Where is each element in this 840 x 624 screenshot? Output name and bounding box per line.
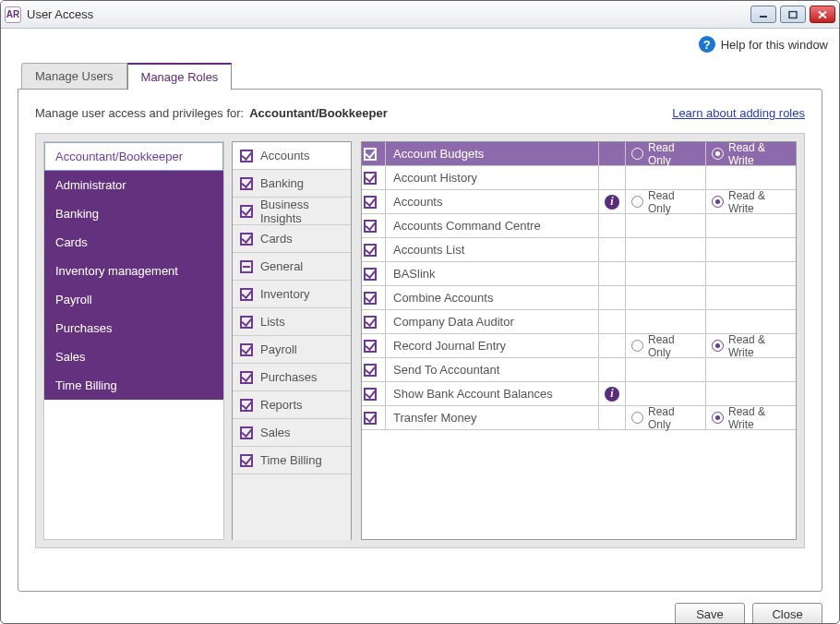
window-title: User Access [27, 7, 93, 21]
maximize-button[interactable] [780, 6, 806, 23]
permission-name: Accounts Command Centre [386, 219, 598, 233]
category-item[interactable]: Accounts [233, 142, 351, 170]
role-item[interactable]: Cards [44, 228, 223, 257]
permission-row: Show Bank Account Balancesi [362, 382, 796, 406]
permission-row: BASlink [362, 262, 796, 286]
permission-name: Accounts [386, 195, 598, 209]
category-item[interactable]: Cards [233, 225, 351, 253]
category-label: Lists [260, 315, 285, 329]
category-item[interactable]: Time Billing [233, 447, 351, 474]
read-write-radio[interactable] [712, 412, 724, 424]
permission-checkbox[interactable] [364, 244, 377, 257]
category-label: Time Billing [260, 453, 322, 467]
read-only-radio[interactable] [631, 148, 643, 160]
category-item[interactable]: Banking [233, 170, 351, 198]
read-write-radio-label: Read & Write [728, 405, 790, 431]
permission-checkbox[interactable] [364, 340, 377, 353]
category-label: Inventory [260, 287, 309, 301]
permission-checkbox[interactable] [364, 364, 377, 377]
category-item[interactable]: Lists [233, 308, 351, 336]
permission-name: Send To Accountant [386, 363, 598, 377]
tab-manage-users[interactable]: Manage Users [21, 63, 127, 89]
permission-row: Transfer MoneyRead OnlyRead & Write [362, 406, 796, 430]
permission-checkbox[interactable] [364, 220, 377, 233]
category-label: Business Insights [260, 198, 343, 225]
permission-checkbox[interactable] [364, 172, 377, 185]
read-write-radio-label: Read & Write [728, 189, 790, 215]
close-button[interactable]: Close [752, 603, 822, 624]
category-label: Cards [260, 232, 293, 246]
read-write-radio-label: Read & Write [728, 141, 790, 167]
heading-role-name: Accountant/Bookkeeper [249, 106, 388, 120]
role-item[interactable]: Banking [44, 199, 223, 228]
category-label: Sales [260, 426, 291, 439]
read-write-radio[interactable] [712, 340, 724, 352]
category-item[interactable]: General [233, 253, 351, 281]
permission-name: Combine Accounts [386, 291, 598, 305]
learn-about-roles-link[interactable]: Learn about adding roles [672, 106, 805, 120]
category-checkbox[interactable] [240, 177, 253, 190]
permission-checkbox[interactable] [364, 412, 377, 425]
category-item[interactable]: Sales [233, 419, 351, 447]
permission-name: Account Budgets [386, 147, 598, 161]
category-checkbox[interactable] [240, 316, 253, 329]
read-write-radio[interactable] [712, 148, 724, 160]
app-icon: AR [5, 6, 21, 23]
help-icon: ? [699, 36, 715, 53]
read-write-radio-label: Read & Write [728, 333, 790, 359]
category-label: Accounts [260, 149, 309, 162]
category-label: Banking [260, 176, 304, 190]
close-window-button[interactable] [810, 6, 835, 23]
permission-checkbox[interactable] [364, 268, 377, 281]
read-only-radio-label: Read Only [648, 405, 700, 431]
permission-checkbox[interactable] [364, 292, 377, 305]
permission-checkbox[interactable] [364, 148, 377, 161]
role-item[interactable]: Time Billing [44, 371, 223, 400]
category-checkbox[interactable] [240, 426, 253, 439]
tab-panel: Manage user access and privileges for: A… [18, 89, 822, 592]
category-item[interactable]: Business Insights [233, 198, 351, 225]
category-item[interactable]: Purchases [233, 364, 351, 391]
save-button[interactable]: Save [675, 603, 745, 624]
category-checkbox[interactable] [240, 205, 253, 218]
category-item[interactable]: Inventory [233, 281, 351, 308]
help-link[interactable]: Help for this window [721, 38, 828, 52]
category-label: Purchases [260, 370, 317, 384]
titlebar: AR User Access [1, 1, 839, 29]
permission-checkbox[interactable] [364, 196, 377, 209]
category-item[interactable]: Payroll [233, 336, 351, 364]
read-only-radio[interactable] [631, 340, 643, 352]
category-checkbox[interactable] [240, 343, 253, 356]
category-checkbox[interactable] [240, 233, 253, 246]
permission-row: AccountsiRead OnlyRead & Write [362, 190, 796, 214]
read-only-radio[interactable] [631, 196, 643, 208]
read-only-radio[interactable] [631, 412, 643, 424]
read-write-radio[interactable] [712, 196, 724, 208]
permission-name: Record Journal Entry [386, 339, 598, 353]
tabstrip: Manage UsersManage Roles [21, 62, 839, 89]
permission-checkbox[interactable] [364, 316, 377, 329]
tab-manage-roles[interactable]: Manage Roles [127, 63, 233, 90]
category-checkbox[interactable] [240, 260, 253, 273]
role-item[interactable]: Accountant/Bookkeeper [44, 142, 223, 171]
category-checkbox[interactable] [240, 371, 253, 384]
permission-name: BASlink [386, 267, 598, 281]
permission-checkbox[interactable] [364, 388, 377, 401]
permission-row: Combine Accounts [362, 286, 796, 310]
minimize-button[interactable] [750, 6, 776, 23]
role-list: Accountant/BookkeeperAdministratorBankin… [43, 141, 224, 540]
category-checkbox[interactable] [240, 288, 253, 301]
category-checkbox[interactable] [240, 150, 253, 162]
role-item[interactable]: Sales [44, 342, 223, 371]
info-icon[interactable]: i [605, 387, 619, 402]
info-icon[interactable]: i [605, 195, 619, 210]
heading-prefix: Manage user access and privileges for: [35, 106, 244, 120]
permission-row: Accounts List [362, 238, 796, 262]
role-item[interactable]: Administrator [44, 171, 223, 199]
role-item[interactable]: Payroll [44, 285, 223, 314]
category-checkbox[interactable] [240, 399, 253, 412]
category-checkbox[interactable] [240, 454, 253, 467]
role-item[interactable]: Purchases [44, 314, 223, 342]
role-item[interactable]: Inventory management [44, 257, 223, 285]
category-item[interactable]: Reports [233, 391, 351, 419]
